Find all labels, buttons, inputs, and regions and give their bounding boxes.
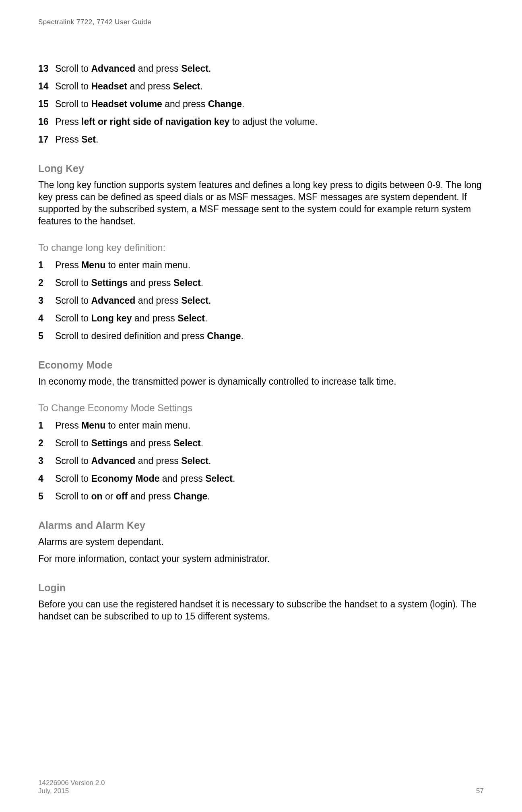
list-item: 1Press Menu to enter main menu.: [38, 419, 484, 432]
step-text: Scroll to Advanced and press Select.: [55, 294, 484, 307]
longkey-subheading: To change long key definition:: [38, 242, 484, 253]
step-text: Scroll to Advanced and press Select.: [55, 62, 484, 75]
step-text: Press Menu to enter main menu.: [55, 419, 484, 432]
list-item: 13Scroll to Advanced and press Select.: [38, 62, 484, 75]
step-text: Scroll to Headset and press Select.: [55, 80, 484, 93]
step-text: Press Menu to enter main menu.: [55, 259, 484, 271]
alarms-heading: Alarms and Alarm Key: [38, 520, 484, 531]
list-item: 5Scroll to on or off and press Change.: [38, 490, 484, 503]
step-number: 5: [38, 330, 55, 342]
alarms-para1: Alarms are system dependant.: [38, 536, 484, 548]
economy-para: In economy mode, the transmitted power i…: [38, 376, 484, 388]
step-number: 4: [38, 312, 55, 325]
step-text: Scroll to Settings and press Select.: [55, 277, 484, 289]
step-number: 5: [38, 490, 55, 503]
longkey-para: The long key function supports system fe…: [38, 179, 484, 228]
step-text: Scroll to Settings and press Select.: [55, 437, 484, 450]
list-item: 15Scroll to Headset volume and press Cha…: [38, 98, 484, 110]
step-text: Scroll to on or off and press Change.: [55, 490, 484, 503]
economy-steps-list: 1Press Menu to enter main menu.2Scroll t…: [38, 419, 484, 503]
step-number: 14: [38, 80, 55, 93]
step-text: Press Set.: [55, 133, 484, 146]
login-heading: Login: [38, 582, 484, 594]
alarms-para2: For more information, contact your syste…: [38, 553, 484, 565]
step-number: 15: [38, 98, 55, 110]
step-text: Scroll to Long key and press Select.: [55, 312, 484, 325]
step-number: 17: [38, 133, 55, 146]
list-item: 14Scroll to Headset and press Select.: [38, 80, 484, 93]
economy-heading: Economy Mode: [38, 359, 484, 371]
list-item: 3Scroll to Advanced and press Select.: [38, 294, 484, 307]
economy-subheading: To Change Economy Mode Settings: [38, 402, 484, 414]
steps-continued-list: 13Scroll to Advanced and press Select.14…: [38, 62, 484, 146]
page-footer: 14226906 Version 2.0 July, 2015 57: [38, 779, 484, 795]
document-header: Spectralink 7722, 7742 User Guide: [38, 18, 484, 26]
list-item: 1Press Menu to enter main menu.: [38, 259, 484, 271]
list-item: 2Scroll to Settings and press Select.: [38, 277, 484, 289]
step-number: 1: [38, 419, 55, 432]
list-item: 5Scroll to desired definition and press …: [38, 330, 484, 342]
step-text: Scroll to desired definition and press C…: [55, 330, 484, 342]
step-number: 3: [38, 294, 55, 307]
footer-version: 14226906 Version 2.0: [38, 779, 105, 787]
login-para: Before you can use the registered handse…: [38, 599, 484, 623]
list-item: 16Press left or right side of navigation…: [38, 116, 484, 128]
step-number: 2: [38, 277, 55, 289]
list-item: 2Scroll to Settings and press Select.: [38, 437, 484, 450]
longkey-heading: Long Key: [38, 163, 484, 174]
list-item: 3Scroll to Advanced and press Select.: [38, 455, 484, 467]
step-number: 3: [38, 455, 55, 467]
footer-page-number: 57: [476, 787, 484, 795]
step-number: 13: [38, 62, 55, 75]
step-number: 16: [38, 116, 55, 128]
longkey-steps-list: 1Press Menu to enter main menu.2Scroll t…: [38, 259, 484, 342]
step-number: 1: [38, 259, 55, 271]
step-text: Scroll to Economy Mode and press Select.: [55, 472, 484, 485]
list-item: 4Scroll to Long key and press Select.: [38, 312, 484, 325]
step-number: 2: [38, 437, 55, 450]
step-text: Press left or right side of navigation k…: [55, 116, 484, 128]
list-item: 4Scroll to Economy Mode and press Select…: [38, 472, 484, 485]
step-text: Scroll to Headset volume and press Chang…: [55, 98, 484, 110]
footer-date: July, 2015: [38, 787, 105, 795]
step-number: 4: [38, 472, 55, 485]
list-item: 17Press Set.: [38, 133, 484, 146]
step-text: Scroll to Advanced and press Select.: [55, 455, 484, 467]
